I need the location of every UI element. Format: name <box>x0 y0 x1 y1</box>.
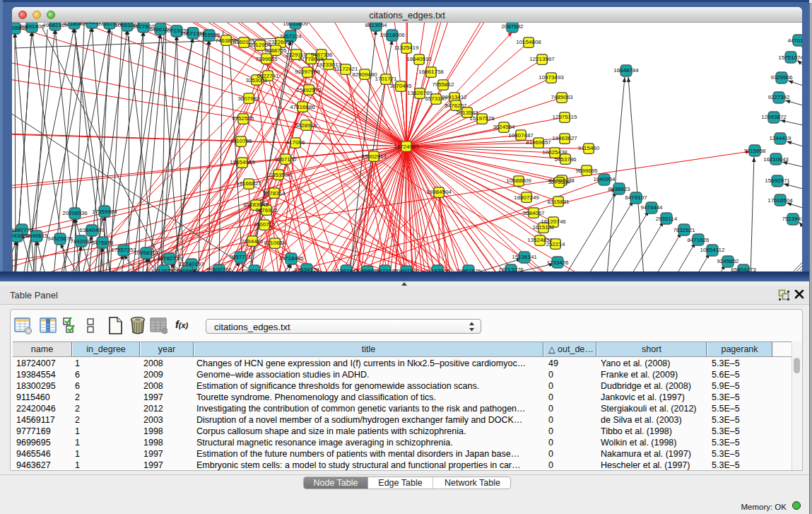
svg-text:1733426: 1733426 <box>546 259 569 266</box>
svg-text:8210624: 8210624 <box>264 240 286 246</box>
svg-text:7199635: 7199635 <box>255 56 278 62</box>
svg-text:5606980: 5606980 <box>176 268 199 271</box>
svg-text:63640499: 63640499 <box>79 227 105 233</box>
svg-text:94120751: 94120751 <box>151 268 177 271</box>
svg-text:16033809: 16033809 <box>283 23 308 27</box>
svg-text:2935114: 2935114 <box>656 216 678 222</box>
svg-text:9657771: 9657771 <box>229 254 252 260</box>
svg-text:10807487: 10807487 <box>508 132 534 139</box>
svg-text:15751074: 15751074 <box>778 54 802 61</box>
svg-text:20206536: 20206536 <box>62 210 88 216</box>
svg-text:9474444: 9474444 <box>640 204 663 211</box>
svg-text:47816686: 47816686 <box>290 104 315 110</box>
svg-text:3607983: 3607983 <box>237 95 260 102</box>
svg-text:18724007: 18724007 <box>394 144 419 150</box>
svg-text:12093872: 12093872 <box>761 114 787 120</box>
svg-text:9245652: 9245652 <box>717 258 739 264</box>
svg-text:65804273: 65804273 <box>731 267 756 271</box>
svg-text:6752576: 6752576 <box>232 115 254 122</box>
svg-text:4470105: 4470105 <box>787 37 802 44</box>
svg-text:8813054: 8813054 <box>365 23 387 28</box>
svg-text:3624554: 3624554 <box>493 124 515 130</box>
svg-text:3970445: 3970445 <box>389 83 412 89</box>
svg-text:1701771: 1701771 <box>375 76 397 82</box>
svg-text:6479197: 6479197 <box>625 194 647 201</box>
svg-text:17957253: 17957253 <box>111 247 136 253</box>
svg-text:1615132: 1615132 <box>532 224 555 230</box>
svg-text:417006: 417006 <box>286 139 305 146</box>
svg-text:12353594: 12353594 <box>266 172 291 178</box>
svg-text:9227342: 9227342 <box>767 94 790 100</box>
svg-text:11325419: 11325419 <box>394 45 420 51</box>
svg-text:79967676: 79967676 <box>456 268 481 271</box>
svg-text:69401199: 69401199 <box>242 268 268 271</box>
svg-text:12213967: 12213967 <box>529 56 555 62</box>
svg-text:23226058: 23226058 <box>268 39 293 45</box>
svg-text:8315831: 8315831 <box>547 199 570 205</box>
svg-text:3500715: 3500715 <box>253 221 276 228</box>
svg-text:16210643: 16210643 <box>763 156 789 163</box>
svg-text:25492573: 25492573 <box>296 87 322 93</box>
svg-text:5476257: 5476257 <box>445 103 467 109</box>
svg-text:7442089: 7442089 <box>70 238 93 245</box>
svg-text:10154808: 10154808 <box>516 39 541 45</box>
svg-text:3215958: 3215958 <box>743 148 766 154</box>
svg-text:1244419: 1244419 <box>769 135 792 141</box>
svg-text:7857224: 7857224 <box>279 33 302 40</box>
svg-text:99600766: 99600766 <box>206 267 232 271</box>
svg-text:17359924: 17359924 <box>92 209 117 215</box>
svg-text:17016504: 17016504 <box>767 197 793 204</box>
svg-text:19218506: 19218506 <box>379 32 405 38</box>
svg-text:83534128: 83534128 <box>294 267 319 271</box>
svg-text:8688755: 8688755 <box>264 47 287 54</box>
svg-text:9699695: 9699695 <box>575 168 598 174</box>
svg-text:8938923: 8938923 <box>608 186 630 192</box>
svg-text:5273534: 5273534 <box>548 179 570 185</box>
svg-text:1640954: 1640954 <box>593 176 616 182</box>
svg-text:3475836: 3475836 <box>91 240 114 246</box>
svg-text:18640910: 18640910 <box>406 56 432 62</box>
svg-text:12975115: 12975115 <box>553 114 578 120</box>
svg-text:20891406: 20891406 <box>19 23 45 30</box>
svg-text:43183955: 43183955 <box>425 268 450 271</box>
svg-text:1010755: 1010755 <box>230 138 252 144</box>
svg-text:10973493: 10973493 <box>539 74 564 81</box>
svg-text:15136141: 15136141 <box>512 254 537 260</box>
svg-text:9329966: 9329966 <box>770 74 793 81</box>
svg-text:10688609: 10688609 <box>506 177 531 184</box>
svg-text:28213276: 28213276 <box>498 267 524 271</box>
svg-text:3253031: 3253031 <box>245 77 268 83</box>
svg-text:10958107: 10958107 <box>134 250 159 256</box>
svg-text:13716485: 13716485 <box>278 255 304 262</box>
svg-text:81969657: 81969657 <box>526 139 551 146</box>
svg-text:15692971: 15692971 <box>765 177 790 184</box>
svg-text:2876932: 2876932 <box>255 207 278 214</box>
svg-text:5428914: 5428914 <box>295 122 317 129</box>
svg-text:7523941: 7523941 <box>782 216 802 222</box>
svg-text:7955812: 7955812 <box>432 81 454 88</box>
svg-text:19166827: 19166827 <box>236 180 261 187</box>
svg-text:8878314: 8878314 <box>263 190 286 197</box>
svg-text:7194416: 7194416 <box>241 238 264 245</box>
svg-text:16961758: 16961758 <box>418 69 444 75</box>
svg-text:19463627: 19463627 <box>552 135 577 141</box>
svg-text:10654112: 10654112 <box>700 247 726 253</box>
svg-text:15197528: 15197528 <box>469 115 495 122</box>
svg-text:3267130: 3267130 <box>274 156 297 163</box>
svg-text:10025438: 10025438 <box>542 149 567 156</box>
svg-text:92097999: 92097999 <box>295 69 320 75</box>
svg-text:252214: 252214 <box>546 241 565 247</box>
svg-text:19654983: 19654983 <box>230 159 255 165</box>
svg-text:8471626: 8471626 <box>687 237 710 243</box>
svg-text:7632621: 7632621 <box>673 227 695 233</box>
svg-text:82909480: 82909480 <box>352 71 377 78</box>
svg-text:41473195: 41473195 <box>372 268 398 271</box>
svg-text:16740197: 16740197 <box>179 261 204 267</box>
svg-text:9115460: 9115460 <box>578 145 600 151</box>
svg-text:8640615: 8640615 <box>25 233 48 239</box>
svg-text:2087682: 2087682 <box>501 23 524 30</box>
svg-text:7515526: 7515526 <box>198 32 220 38</box>
svg-text:18807249: 18807249 <box>514 194 539 201</box>
svg-text:99913412: 99913412 <box>442 94 467 100</box>
svg-text:16648784: 16648784 <box>613 67 639 74</box>
